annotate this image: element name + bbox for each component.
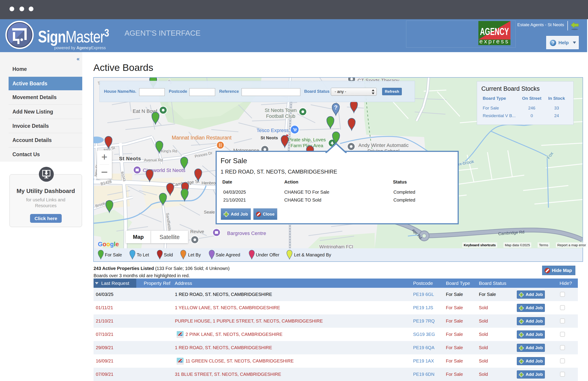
svg-text:Seale: Seale <box>204 210 215 214</box>
svg-text:Football Club: Football Club <box>266 113 295 119</box>
svg-text:Avenue Rd: Avenue Rd <box>144 158 163 162</box>
svg-text:Wintringham FCI: Wintringham FCI <box>319 244 353 248</box>
svg-text:King's Rd: King's Rd <box>161 149 177 153</box>
svg-text:Bargroves Centre: Bargroves Centre <box>227 230 266 236</box>
svg-text:Revive: Revive <box>190 229 204 234</box>
svg-text:?: ? <box>334 104 338 111</box>
svg-text:Andy Winter Automatic: Andy Winter Automatic <box>358 142 409 148</box>
svg-text:AGENCY: AGENCY <box>480 26 509 37</box>
svg-text:St Neots: St Neots <box>261 135 278 140</box>
svg-text:St Neots: St Neots <box>119 156 141 161</box>
svg-text:Mannat Indian Restaurant: Mannat Indian Restaurant <box>172 135 232 141</box>
svg-text:Pirate ship, Loves: Pirate ship, Loves <box>288 137 326 142</box>
svg-text:express: express <box>479 38 509 45</box>
svg-text:St Neots Town: St Neots Town <box>265 107 296 113</box>
svg-text:Tesco Express: Tesco Express <box>256 128 289 133</box>
